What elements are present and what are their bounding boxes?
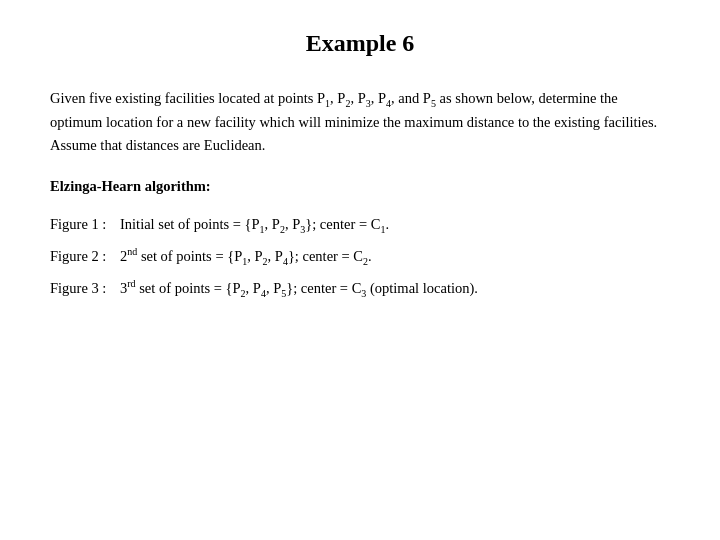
figure-2-row: Figure 2 : 2nd set of points = {P1, P2, … [50, 244, 670, 270]
figure-1-label: Figure 1 : [50, 213, 120, 236]
figures-list: Figure 1 : Initial set of points = {P1, … [50, 213, 670, 301]
figure-1-content: Initial set of points = {P1, P2, P3}; ce… [120, 213, 389, 238]
figure-2-content: 2nd set of points = {P1, P2, P4}; center… [120, 244, 372, 270]
page-title: Example 6 [50, 30, 670, 57]
description-text: Given five existing facilities located a… [50, 87, 670, 156]
figure-3-content: 3rd set of points = {P2, P4, P5}; center… [120, 276, 478, 302]
figure-3-label: Figure 3 : [50, 277, 120, 300]
figure-2-label: Figure 2 : [50, 245, 120, 268]
algorithm-title: Elzinga-Hearn algorithm: [50, 178, 670, 195]
figure-3-row: Figure 3 : 3rd set of points = {P2, P4, … [50, 276, 670, 302]
figure-1-row: Figure 1 : Initial set of points = {P1, … [50, 213, 670, 238]
